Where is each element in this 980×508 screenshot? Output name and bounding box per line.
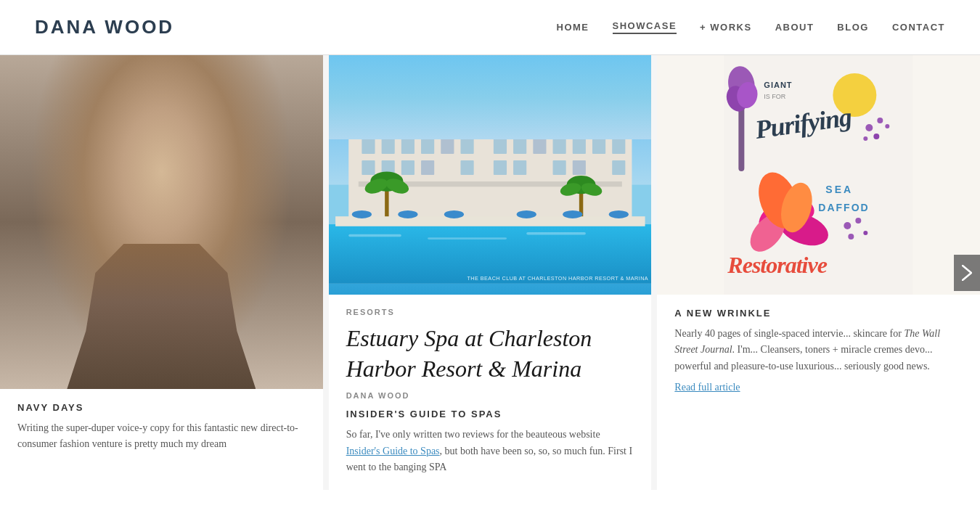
svg-rect-13	[152, 287, 159, 294]
panel2-category: RESORTS	[346, 308, 634, 316]
svg-line-22	[190, 303, 191, 329]
svg-point-73	[516, 210, 536, 218]
svg-text:DAFFOD: DAFFOD	[819, 202, 870, 213]
svg-point-6	[143, 190, 148, 195]
panel2-text: RESORTS Estuary Spa at Charleston Harbor…	[329, 295, 652, 490]
panel1-excerpt: Writing the super-duper voice-y copy for…	[17, 420, 306, 453]
svg-point-70	[351, 210, 371, 218]
fashion-image-container	[0, 55, 323, 389]
svg-point-86	[874, 134, 880, 139]
fashion-illustration	[0, 55, 323, 389]
svg-rect-48	[421, 160, 434, 175]
svg-point-4	[139, 189, 152, 198]
svg-text:Restorative: Restorative	[727, 252, 828, 278]
nav-showcase[interactable]: SHOWCASE	[613, 20, 677, 34]
svg-rect-32	[362, 137, 375, 154]
svg-rect-38	[494, 137, 507, 154]
svg-line-19	[151, 301, 152, 327]
svg-rect-35	[421, 137, 434, 154]
svg-point-97	[844, 222, 852, 229]
svg-rect-8	[146, 254, 178, 286]
resort-image-container: THE BEACH CLUB AT CHARLESTON HARBOR RESO…	[329, 55, 652, 295]
svg-rect-69	[335, 216, 645, 226]
nav-about[interactable]: ABOUT	[775, 22, 814, 33]
panel-resort: THE BEACH CLUB AT CHARLESTON HARBOR RESO…	[329, 55, 658, 490]
svg-point-74	[563, 210, 582, 218]
svg-rect-15	[184, 292, 191, 299]
next-arrow-button[interactable]	[954, 255, 980, 291]
panel1-section-heading: NAVY DAYS	[17, 402, 306, 413]
panel2-section-heading: INSIDER'S GUIDE TO SPAS	[346, 409, 634, 419]
svg-rect-42	[572, 137, 585, 154]
panel3-inner: Purifying SEA DAFFOD	[657, 55, 980, 490]
svg-rect-68	[526, 232, 586, 235]
svg-point-83	[866, 124, 873, 131]
svg-point-3	[114, 149, 209, 263]
svg-rect-40	[533, 137, 546, 154]
svg-text:GIANT: GIANT	[764, 81, 793, 89]
svg-rect-36	[441, 137, 454, 154]
resort-illustration: THE BEACH CLUB AT CHARLESTON HARBOR RESO…	[329, 55, 652, 295]
svg-point-85	[864, 136, 868, 141]
svg-rect-41	[552, 137, 565, 154]
panel2-author: DANA WOOD	[346, 391, 634, 400]
svg-rect-12	[136, 289, 143, 296]
svg-point-1	[98, 108, 224, 273]
panel2-excerpt: So far, I've only written two reviews fo…	[346, 427, 634, 475]
site-header: DANA WOOD HOME SHOWCASE + WORKS ABOUT BL…	[0, 0, 980, 55]
svg-rect-50	[494, 160, 507, 175]
svg-line-18	[137, 302, 139, 327]
svg-rect-51	[513, 160, 526, 175]
svg-point-27	[388, 75, 441, 99]
nav-contact[interactable]: CONTACT	[892, 22, 945, 33]
panel-fashion: NAVY DAYS Writing the super-duper voice-…	[0, 55, 329, 490]
svg-point-29	[556, 78, 629, 102]
panel3-excerpt: Nearly 40 pages of single-spaced intervi…	[674, 326, 963, 374]
svg-point-84	[878, 118, 883, 123]
svg-point-9	[105, 273, 219, 298]
content-area: NAVY DAYS Writing the super-duper voice-…	[0, 55, 980, 490]
svg-rect-43	[592, 137, 605, 154]
svg-line-20	[164, 301, 165, 327]
svg-text:SEA: SEA	[826, 184, 854, 195]
svg-rect-55	[460, 120, 520, 128]
svg-rect-34	[401, 137, 414, 154]
nav-blog[interactable]: BLOG	[837, 22, 869, 33]
art-image-container: Purifying SEA DAFFOD	[657, 55, 980, 295]
panel-art: Purifying SEA DAFFOD	[657, 55, 980, 490]
nav-works[interactable]: + WORKS	[700, 22, 752, 33]
panel2-title: Estuary Spa at Charleston Harbor Resort …	[346, 324, 634, 384]
resort-image: THE BEACH CLUB AT CHARLESTON HARBOR RESO…	[329, 55, 652, 295]
svg-point-99	[849, 234, 854, 239]
panel3-text: A NEW WRINKLE Nearly 40 pages of single-…	[657, 295, 980, 490]
svg-text:IS FOR: IS FOR	[764, 93, 787, 100]
svg-point-26	[355, 79, 434, 105]
chevron-right-icon	[962, 265, 972, 281]
panel3-heading: A NEW WRINKLE	[674, 308, 963, 319]
nav-home[interactable]: HOME	[557, 22, 589, 33]
svg-rect-66	[348, 234, 401, 237]
svg-point-5	[171, 188, 183, 197]
svg-point-75	[608, 210, 628, 218]
svg-rect-11	[121, 292, 128, 299]
svg-rect-53	[572, 160, 585, 175]
insiders-guide-link[interactable]: Insider's Guide to Spas	[346, 446, 440, 456]
site-title: DANA WOOD	[35, 16, 174, 38]
svg-rect-45	[362, 160, 375, 175]
read-more-link[interactable]: Read full article	[674, 382, 740, 393]
svg-rect-54	[612, 160, 625, 175]
svg-line-23	[203, 304, 204, 329]
svg-point-10	[111, 285, 213, 304]
art-image: Purifying SEA DAFFOD	[657, 55, 980, 295]
art-illustration: Purifying SEA DAFFOD	[657, 55, 980, 295]
svg-rect-39	[513, 137, 526, 154]
svg-point-71	[398, 210, 417, 218]
svg-point-2	[95, 96, 228, 210]
main-nav: HOME SHOWCASE + WORKS ABOUT BLOG CONTACT	[557, 20, 945, 34]
svg-point-72	[444, 210, 463, 218]
svg-rect-49	[460, 160, 473, 175]
svg-point-7	[175, 189, 180, 194]
svg-point-87	[886, 124, 890, 128]
svg-point-98	[856, 218, 862, 224]
svg-rect-67	[428, 237, 507, 239]
